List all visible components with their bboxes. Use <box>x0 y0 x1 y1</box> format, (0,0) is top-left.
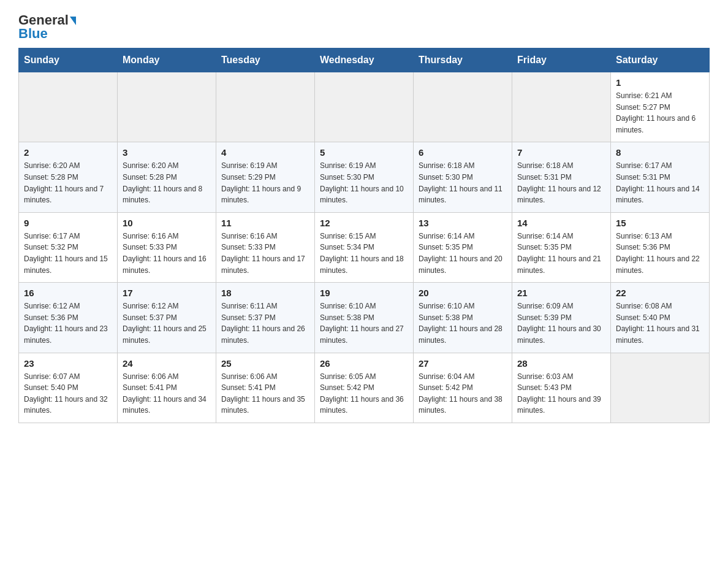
day-number: 3 <box>123 147 211 158</box>
day-info: Sunrise: 6:17 AMSunset: 5:31 PMDaylight:… <box>616 160 704 205</box>
day-number: 2 <box>24 147 112 158</box>
calendar-cell: 1Sunrise: 6:21 AMSunset: 5:27 PMDaylight… <box>611 72 710 142</box>
calendar-cell: 15Sunrise: 6:13 AMSunset: 5:36 PMDayligh… <box>611 212 710 282</box>
day-info: Sunrise: 6:16 AMSunset: 5:33 PMDaylight:… <box>221 231 309 276</box>
calendar-header: SundayMondayTuesdayWednesdayThursdayFrid… <box>19 48 710 72</box>
calendar-cell: 20Sunrise: 6:10 AMSunset: 5:38 PMDayligh… <box>414 283 512 353</box>
day-info: Sunrise: 6:19 AMSunset: 5:29 PMDaylight:… <box>221 160 309 205</box>
day-number: 23 <box>24 358 112 369</box>
day-number: 9 <box>24 218 112 228</box>
calendar-cell: 9Sunrise: 6:17 AMSunset: 5:32 PMDaylight… <box>19 212 118 282</box>
day-info: Sunrise: 6:19 AMSunset: 5:30 PMDaylight:… <box>320 160 408 205</box>
calendar-cell: 13Sunrise: 6:14 AMSunset: 5:35 PMDayligh… <box>414 212 512 282</box>
calendar-cell: 22Sunrise: 6:08 AMSunset: 5:40 PMDayligh… <box>611 283 710 353</box>
day-number: 22 <box>616 288 704 298</box>
day-info: Sunrise: 6:06 AMSunset: 5:41 PMDaylight:… <box>221 371 309 416</box>
day-info: Sunrise: 6:12 AMSunset: 5:36 PMDaylight:… <box>24 301 112 346</box>
day-number: 11 <box>221 218 309 228</box>
calendar-body: 1Sunrise: 6:21 AMSunset: 5:27 PMDaylight… <box>19 72 710 423</box>
logo: General Blue <box>18 12 76 42</box>
calendar-cell: 24Sunrise: 6:06 AMSunset: 5:41 PMDayligh… <box>118 353 216 423</box>
day-number: 27 <box>419 358 507 369</box>
calendar-cell: 8Sunrise: 6:17 AMSunset: 5:31 PMDaylight… <box>611 142 710 212</box>
calendar-cell: 19Sunrise: 6:10 AMSunset: 5:38 PMDayligh… <box>315 283 414 353</box>
calendar-cell <box>315 72 414 142</box>
day-info: Sunrise: 6:15 AMSunset: 5:34 PMDaylight:… <box>320 231 408 276</box>
day-info: Sunrise: 6:14 AMSunset: 5:35 PMDaylight:… <box>517 231 605 276</box>
day-info: Sunrise: 6:11 AMSunset: 5:37 PMDaylight:… <box>221 301 309 346</box>
calendar-cell: 17Sunrise: 6:12 AMSunset: 5:37 PMDayligh… <box>118 283 216 353</box>
week-row-3: 9Sunrise: 6:17 AMSunset: 5:32 PMDaylight… <box>19 212 710 282</box>
calendar-cell: 3Sunrise: 6:20 AMSunset: 5:28 PMDaylight… <box>118 142 216 212</box>
day-number: 14 <box>517 218 605 228</box>
calendar-cell <box>414 72 512 142</box>
day-info: Sunrise: 6:17 AMSunset: 5:32 PMDaylight:… <box>24 231 112 276</box>
calendar-table: SundayMondayTuesdayWednesdayThursdayFrid… <box>18 48 710 423</box>
calendar-cell: 2Sunrise: 6:20 AMSunset: 5:28 PMDaylight… <box>19 142 118 212</box>
day-number: 19 <box>320 288 408 298</box>
day-info: Sunrise: 6:21 AMSunset: 5:27 PMDaylight:… <box>616 90 704 136</box>
calendar-cell <box>512 72 611 142</box>
week-row-4: 16Sunrise: 6:12 AMSunset: 5:36 PMDayligh… <box>19 283 710 353</box>
day-number: 17 <box>123 288 211 298</box>
calendar-cell <box>19 72 118 142</box>
weekday-header-friday: Friday <box>512 48 611 72</box>
day-info: Sunrise: 6:20 AMSunset: 5:28 PMDaylight:… <box>123 160 211 205</box>
weekday-header-sunday: Sunday <box>19 48 118 72</box>
day-number: 1 <box>616 77 704 88</box>
weekday-header-thursday: Thursday <box>414 48 512 72</box>
calendar-cell: 23Sunrise: 6:07 AMSunset: 5:40 PMDayligh… <box>19 353 118 423</box>
day-number: 28 <box>517 358 605 369</box>
day-info: Sunrise: 6:18 AMSunset: 5:30 PMDaylight:… <box>419 160 507 205</box>
day-number: 16 <box>24 288 112 298</box>
day-info: Sunrise: 6:14 AMSunset: 5:35 PMDaylight:… <box>419 231 507 276</box>
day-number: 7 <box>517 147 605 158</box>
logo-triangle-icon <box>70 17 76 25</box>
day-info: Sunrise: 6:16 AMSunset: 5:33 PMDaylight:… <box>123 231 211 276</box>
day-number: 12 <box>320 218 408 228</box>
calendar-cell: 10Sunrise: 6:16 AMSunset: 5:33 PMDayligh… <box>118 212 216 282</box>
day-info: Sunrise: 6:13 AMSunset: 5:36 PMDaylight:… <box>616 231 704 276</box>
page-header: General Blue <box>18 12 710 42</box>
day-info: Sunrise: 6:09 AMSunset: 5:39 PMDaylight:… <box>517 301 605 346</box>
calendar-cell <box>216 72 315 142</box>
calendar-cell: 12Sunrise: 6:15 AMSunset: 5:34 PMDayligh… <box>315 212 414 282</box>
day-number: 10 <box>123 218 211 228</box>
calendar-cell: 5Sunrise: 6:19 AMSunset: 5:30 PMDaylight… <box>315 142 414 212</box>
calendar-cell <box>118 72 216 142</box>
calendar-cell: 14Sunrise: 6:14 AMSunset: 5:35 PMDayligh… <box>512 212 611 282</box>
calendar-cell: 28Sunrise: 6:03 AMSunset: 5:43 PMDayligh… <box>512 353 611 423</box>
calendar-cell <box>611 353 710 423</box>
calendar-cell: 4Sunrise: 6:19 AMSunset: 5:29 PMDaylight… <box>216 142 315 212</box>
day-info: Sunrise: 6:12 AMSunset: 5:37 PMDaylight:… <box>123 301 211 346</box>
day-number: 8 <box>616 147 704 158</box>
day-number: 24 <box>123 358 211 369</box>
day-info: Sunrise: 6:18 AMSunset: 5:31 PMDaylight:… <box>517 160 605 205</box>
weekday-header-tuesday: Tuesday <box>216 48 315 72</box>
weekday-row: SundayMondayTuesdayWednesdayThursdayFrid… <box>19 48 710 72</box>
week-row-1: 1Sunrise: 6:21 AMSunset: 5:27 PMDaylight… <box>19 72 710 142</box>
weekday-header-saturday: Saturday <box>611 48 710 72</box>
calendar-cell: 18Sunrise: 6:11 AMSunset: 5:37 PMDayligh… <box>216 283 315 353</box>
day-number: 18 <box>221 288 309 298</box>
calendar-cell: 25Sunrise: 6:06 AMSunset: 5:41 PMDayligh… <box>216 353 315 423</box>
calendar-cell: 26Sunrise: 6:05 AMSunset: 5:42 PMDayligh… <box>315 353 414 423</box>
day-number: 15 <box>616 218 704 228</box>
day-number: 26 <box>320 358 408 369</box>
week-row-2: 2Sunrise: 6:20 AMSunset: 5:28 PMDaylight… <box>19 142 710 212</box>
calendar-cell: 6Sunrise: 6:18 AMSunset: 5:30 PMDaylight… <box>414 142 512 212</box>
day-number: 13 <box>419 218 507 228</box>
logo-blue-line: Blue <box>18 26 48 42</box>
day-number: 25 <box>221 358 309 369</box>
calendar-cell: 11Sunrise: 6:16 AMSunset: 5:33 PMDayligh… <box>216 212 315 282</box>
calendar-cell: 21Sunrise: 6:09 AMSunset: 5:39 PMDayligh… <box>512 283 611 353</box>
day-info: Sunrise: 6:03 AMSunset: 5:43 PMDaylight:… <box>517 371 605 416</box>
calendar-cell: 7Sunrise: 6:18 AMSunset: 5:31 PMDaylight… <box>512 142 611 212</box>
day-info: Sunrise: 6:20 AMSunset: 5:28 PMDaylight:… <box>24 160 112 205</box>
day-number: 4 <box>221 147 309 158</box>
calendar-cell: 16Sunrise: 6:12 AMSunset: 5:36 PMDayligh… <box>19 283 118 353</box>
weekday-header-monday: Monday <box>118 48 216 72</box>
day-number: 20 <box>419 288 507 298</box>
day-info: Sunrise: 6:07 AMSunset: 5:40 PMDaylight:… <box>24 371 112 416</box>
day-info: Sunrise: 6:05 AMSunset: 5:42 PMDaylight:… <box>320 371 408 416</box>
